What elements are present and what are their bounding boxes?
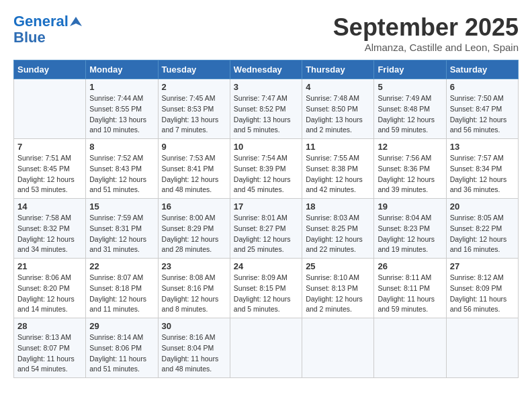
calendar-cell: 17Sunrise: 8:01 AMSunset: 8:27 PMDayligh… [230, 199, 302, 259]
sunrise-text: Sunrise: 7:59 AM [89, 214, 143, 222]
day-number: 13 [450, 142, 515, 152]
daylight-text: Daylight: 13 hours and 5 minutes. [234, 116, 291, 134]
sunset-text: Sunset: 8:43 PM [89, 165, 142, 173]
daylight-text: Daylight: 11 hours and 48 minutes. [162, 355, 219, 373]
calendar-cell [302, 318, 374, 378]
sunset-text: Sunset: 8:09 PM [450, 284, 502, 292]
calendar-cell: 22Sunrise: 8:07 AMSunset: 8:18 PMDayligh… [86, 259, 158, 318]
calendar-cell: 14Sunrise: 7:58 AMSunset: 8:32 PMDayligh… [14, 199, 86, 259]
calendar-cell: 10Sunrise: 7:54 AMSunset: 8:39 PMDayligh… [230, 139, 302, 199]
day-info: Sunrise: 7:58 AMSunset: 8:32 PMDaylight:… [17, 213, 82, 255]
daylight-text: Daylight: 12 hours and 39 minutes. [378, 175, 435, 194]
daylight-text: Daylight: 12 hours and 56 minutes. [450, 116, 507, 134]
day-number: 15 [89, 201, 154, 212]
day-number: 9 [162, 142, 226, 152]
calendar-cell: 24Sunrise: 8:09 AMSunset: 8:15 PMDayligh… [230, 259, 302, 318]
day-info: Sunrise: 8:16 AMSunset: 8:04 PMDaylight:… [162, 332, 226, 375]
day-number: 17 [234, 201, 298, 212]
day-info: Sunrise: 7:50 AMSunset: 8:47 PMDaylight:… [450, 93, 515, 136]
calendar-cell: 18Sunrise: 8:03 AMSunset: 8:25 PMDayligh… [302, 199, 374, 259]
sunset-text: Sunset: 8:23 PM [378, 224, 430, 232]
daylight-text: Daylight: 12 hours and 16 minutes. [450, 235, 507, 254]
day-info: Sunrise: 7:47 AMSunset: 8:52 PMDaylight:… [234, 93, 298, 136]
sunrise-text: Sunrise: 7:52 AM [89, 154, 143, 162]
day-number: 8 [89, 142, 154, 152]
daylight-text: Daylight: 12 hours and 28 minutes. [162, 235, 219, 254]
daylight-text: Daylight: 12 hours and 53 minutes. [17, 175, 75, 194]
day-number: 19 [378, 201, 442, 212]
sunrise-text: Sunrise: 8:00 AM [162, 214, 216, 222]
sunset-text: Sunset: 8:25 PM [306, 224, 358, 232]
calendar-cell: 23Sunrise: 8:08 AMSunset: 8:16 PMDayligh… [158, 259, 230, 318]
day-number: 4 [306, 82, 370, 92]
day-info: Sunrise: 7:45 AMSunset: 8:53 PMDaylight:… [162, 93, 226, 136]
sunset-text: Sunset: 8:06 PM [89, 344, 142, 352]
calendar-cell: 13Sunrise: 7:57 AMSunset: 8:34 PMDayligh… [446, 139, 518, 199]
week-row-1: 7Sunrise: 7:51 AMSunset: 8:45 PMDaylight… [14, 139, 519, 199]
calendar-cell: 29Sunrise: 8:14 AMSunset: 8:06 PMDayligh… [86, 318, 158, 378]
day-number: 16 [162, 201, 226, 212]
calendar-cell: 7Sunrise: 7:51 AMSunset: 8:45 PMDaylight… [14, 139, 86, 199]
calendar-cell: 5Sunrise: 7:49 AMSunset: 8:48 PMDaylight… [374, 79, 446, 139]
day-info: Sunrise: 7:52 AMSunset: 8:43 PMDaylight:… [89, 153, 154, 195]
daylight-text: Daylight: 13 hours and 2 minutes. [306, 116, 363, 134]
day-info: Sunrise: 8:14 AMSunset: 8:06 PMDaylight:… [89, 332, 154, 375]
sunset-text: Sunset: 8:45 PM [17, 165, 70, 173]
day-number: 2 [162, 82, 226, 92]
sunrise-text: Sunrise: 7:51 AM [17, 154, 71, 162]
sunset-text: Sunset: 8:55 PM [89, 105, 142, 113]
day-info: Sunrise: 7:56 AMSunset: 8:36 PMDaylight:… [378, 153, 442, 195]
sunset-text: Sunset: 8:36 PM [378, 165, 430, 173]
daylight-text: Daylight: 12 hours and 14 minutes. [17, 295, 75, 314]
calendar-cell: 25Sunrise: 8:10 AMSunset: 8:13 PMDayligh… [302, 259, 374, 318]
sunset-text: Sunset: 8:52 PM [234, 105, 286, 113]
calendar-header-row: SundayMondayTuesdayWednesdayThursdayFrid… [14, 60, 519, 79]
calendar-cell: 3Sunrise: 7:47 AMSunset: 8:52 PMDaylight… [230, 79, 302, 139]
logo: General Blue [13, 13, 82, 46]
day-info: Sunrise: 8:04 AMSunset: 8:23 PMDaylight:… [378, 213, 442, 255]
daylight-text: Daylight: 11 hours and 54 minutes. [17, 355, 75, 373]
calendar-cell: 20Sunrise: 8:05 AMSunset: 8:22 PMDayligh… [446, 199, 518, 259]
calendar-cell: 16Sunrise: 8:00 AMSunset: 8:29 PMDayligh… [158, 199, 230, 259]
day-number: 18 [306, 201, 370, 212]
day-info: Sunrise: 8:07 AMSunset: 8:18 PMDaylight:… [89, 273, 154, 315]
logo-blue-text: Blue [13, 30, 82, 46]
sunset-text: Sunset: 8:13 PM [306, 284, 358, 292]
day-info: Sunrise: 7:59 AMSunset: 8:31 PMDaylight:… [89, 213, 154, 255]
day-info: Sunrise: 7:54 AMSunset: 8:39 PMDaylight:… [234, 153, 298, 195]
sunrise-text: Sunrise: 8:04 AM [378, 214, 431, 222]
title-block: September 2025 Almanza, Castille and Leo… [333, 13, 519, 53]
daylight-text: Daylight: 12 hours and 42 minutes. [306, 175, 363, 194]
sunrise-text: Sunrise: 8:12 AM [450, 273, 504, 281]
week-row-0: 1Sunrise: 7:44 AMSunset: 8:55 PMDaylight… [14, 79, 519, 139]
day-number: 5 [378, 82, 442, 92]
calendar-cell: 4Sunrise: 7:48 AMSunset: 8:50 PMDaylight… [302, 79, 374, 139]
sunrise-text: Sunrise: 7:44 AM [89, 94, 143, 102]
daylight-text: Daylight: 12 hours and 8 minutes. [162, 295, 219, 314]
day-info: Sunrise: 7:55 AMSunset: 8:38 PMDaylight:… [306, 153, 370, 195]
sunset-text: Sunset: 8:11 PM [378, 284, 430, 292]
daylight-text: Daylight: 12 hours and 36 minutes. [450, 175, 507, 194]
header-thursday: Thursday [302, 60, 374, 79]
day-info: Sunrise: 7:51 AMSunset: 8:45 PMDaylight:… [17, 153, 82, 195]
sunset-text: Sunset: 8:16 PM [162, 284, 214, 292]
calendar-cell [14, 79, 86, 139]
header-sunday: Sunday [14, 60, 86, 79]
daylight-text: Daylight: 12 hours and 59 minutes. [378, 116, 435, 134]
day-number: 14 [17, 201, 82, 212]
sunset-text: Sunset: 8:31 PM [89, 224, 142, 232]
week-row-4: 28Sunrise: 8:13 AMSunset: 8:07 PMDayligh… [14, 318, 519, 378]
sunrise-text: Sunrise: 7:47 AM [234, 94, 287, 102]
sunrise-text: Sunrise: 7:48 AM [306, 94, 359, 102]
sunset-text: Sunset: 8:29 PM [162, 224, 214, 232]
calendar-cell: 30Sunrise: 8:16 AMSunset: 8:04 PMDayligh… [158, 318, 230, 378]
day-number: 1 [89, 82, 154, 92]
week-row-3: 21Sunrise: 8:06 AMSunset: 8:20 PMDayligh… [14, 259, 519, 318]
sunrise-text: Sunrise: 8:03 AM [306, 214, 359, 222]
day-number: 10 [234, 142, 298, 152]
calendar-cell: 1Sunrise: 7:44 AMSunset: 8:55 PMDaylight… [86, 79, 158, 139]
calendar-cell: 27Sunrise: 8:12 AMSunset: 8:09 PMDayligh… [446, 259, 518, 318]
sunset-text: Sunset: 8:38 PM [306, 165, 358, 173]
calendar-cell: 28Sunrise: 8:13 AMSunset: 8:07 PMDayligh… [14, 318, 86, 378]
day-number: 6 [450, 82, 515, 92]
